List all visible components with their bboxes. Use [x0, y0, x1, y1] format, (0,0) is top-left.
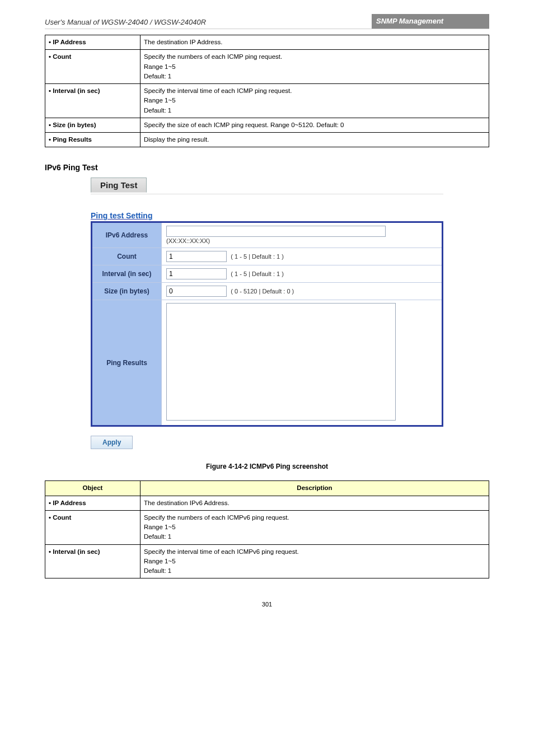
ping-results-row: Ping Results	[92, 300, 443, 426]
ping-section-header: Ping test Setting	[91, 211, 443, 220]
ping-input-3[interactable]	[166, 286, 227, 297]
ping-row: Count ( 1 - 5 | Default : 1 )	[92, 248, 443, 265]
upper-desc: Specify the numbers of each ICMP ping re…	[140, 50, 489, 84]
ping-title-bar: Ping Test	[91, 178, 147, 193]
col-description: Description	[140, 481, 489, 496]
upper-row: • IP AddressThe destination IP Address.	[45, 35, 489, 50]
lower-label: • IP Address	[45, 496, 140, 510]
ping-row-cell: ( 0 - 5120 | Default : 0 )	[162, 283, 443, 300]
page-number: 301	[0, 601, 534, 608]
ping-row: Size (in bytes) ( 0 - 5120 | Default : 0…	[92, 283, 443, 300]
upper-label: • Count	[45, 50, 140, 84]
ping-row-label: Interval (in sec)	[92, 265, 162, 283]
ping-row-label: Count	[92, 248, 162, 265]
figure-caption: Figure 4-14-2 ICMPv6 Ping screenshot	[0, 463, 534, 470]
upper-desc: The destination IP Address.	[140, 35, 489, 50]
apply-button[interactable]: Apply	[91, 436, 133, 449]
header-right-text: SNMP Management	[372, 14, 448, 28]
upper-label: • Size (in bytes)	[45, 118, 140, 132]
upper-row: • Ping ResultsDisplay the ping result.	[45, 133, 489, 147]
page-header: User's Manual of WGSW-24040 / WGSW-24040…	[45, 17, 489, 29]
ping-results-textarea[interactable]	[166, 303, 396, 421]
lower-desc: Specify the interval time of each ICMPv6…	[140, 544, 489, 578]
upper-desc: Specify the size of each ICMP ping reque…	[140, 118, 489, 132]
upper-row: • Interval (in sec)Specify the interval …	[45, 84, 489, 118]
section-title: IPv6 Ping Test	[45, 163, 489, 172]
ping-settings-table: IPv6 Address(XX:XX::XX:XX)Count ( 1 - 5 …	[91, 221, 443, 427]
ping-hint: ( 1 - 5 | Default : 1 )	[231, 270, 284, 277]
ping-input-1[interactable]	[166, 251, 227, 262]
ping-results-cell	[162, 300, 443, 426]
lower-row: • Interval (in sec)Specify the interval …	[45, 544, 489, 578]
ping-row: IPv6 Address(XX:XX::XX:XX)	[92, 222, 443, 248]
ping-results-label: Ping Results	[92, 300, 162, 426]
ping-row-label: IPv6 Address	[92, 222, 162, 248]
manual-title: User's Manual of WGSW-24040 / WGSW-24040…	[45, 18, 206, 26]
ping-divider	[91, 194, 443, 194]
lower-desc: Specify the numbers of each ICMPv6 ping …	[140, 510, 489, 544]
ping-row-label: Size (in bytes)	[92, 283, 162, 300]
upper-desc: Specify the interval time of each ICMP p…	[140, 84, 489, 118]
lower-label: • Count	[45, 510, 140, 544]
ping-row-cell: (XX:XX::XX:XX)	[162, 222, 443, 248]
ping-row-cell: ( 1 - 5 | Default : 1 )	[162, 248, 443, 265]
ping-hint: ( 0 - 5120 | Default : 0 )	[231, 288, 294, 295]
lower-desc: The destination IPv6 Address.	[140, 496, 489, 510]
lower-def-table: Object Description • IP AddressThe desti…	[45, 480, 489, 578]
upper-row: • CountSpecify the numbers of each ICMP …	[45, 50, 489, 84]
ping-hint: (XX:XX::XX:XX)	[166, 237, 210, 244]
col-object: Object	[45, 481, 140, 496]
upper-label: • IP Address	[45, 35, 140, 50]
upper-row: • Size (in bytes)Specify the size of eac…	[45, 118, 489, 132]
ping-input-2[interactable]	[166, 268, 227, 279]
lower-row: • IP AddressThe destination IPv6 Address…	[45, 496, 489, 510]
upper-param-table: • IP AddressThe destination IP Address.•…	[45, 35, 489, 147]
upper-desc: Display the ping result.	[140, 133, 489, 147]
upper-label: • Interval (in sec)	[45, 84, 140, 118]
ping-row-cell: ( 1 - 5 | Default : 1 )	[162, 265, 443, 283]
upper-label: • Ping Results	[45, 133, 140, 147]
lower-label: • Interval (in sec)	[45, 544, 140, 578]
ping-figure: Ping Test Ping test Setting IPv6 Address…	[91, 178, 443, 449]
ping-hint: ( 1 - 5 | Default : 1 )	[231, 253, 284, 260]
header-right-box: SNMP Management	[372, 14, 489, 29]
ping-row: Interval (in sec) ( 1 - 5 | Default : 1 …	[92, 265, 443, 283]
ping-input-0[interactable]	[166, 226, 386, 237]
lower-row: • CountSpecify the numbers of each ICMPv…	[45, 510, 489, 544]
